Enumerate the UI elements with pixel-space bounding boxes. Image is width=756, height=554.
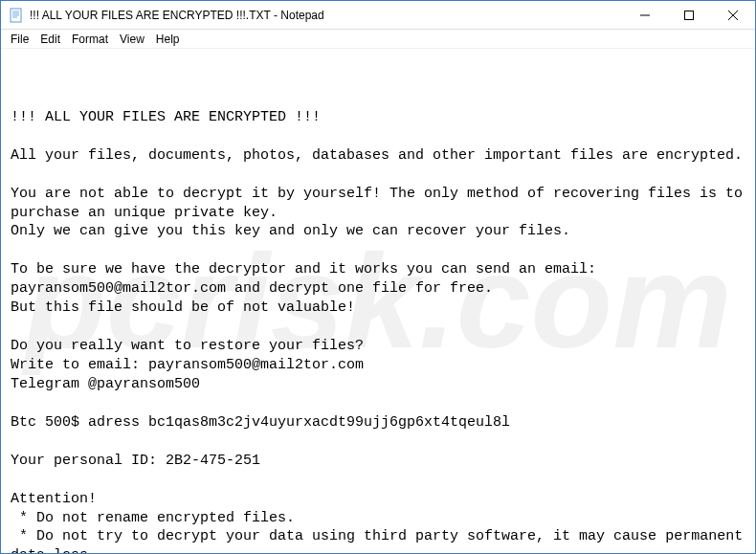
menu-file[interactable]: File	[5, 31, 34, 48]
text-area[interactable]: pcrisk.com !!! ALL YOUR FILES ARE ENCRYP…	[1, 49, 755, 553]
maximize-button[interactable]	[667, 1, 711, 29]
menu-edit[interactable]: Edit	[34, 31, 66, 48]
menu-view[interactable]: View	[114, 31, 150, 48]
notepad-icon	[9, 8, 24, 23]
svg-rect-6	[685, 11, 694, 19]
window-title: !!! ALL YOUR FILES ARE ENCRYPTED !!!.TXT…	[30, 9, 623, 22]
minimize-button[interactable]	[623, 1, 667, 29]
close-button[interactable]	[711, 1, 755, 29]
notepad-window: !!! ALL YOUR FILES ARE ENCRYPTED !!!.TXT…	[0, 0, 756, 554]
menubar: File Edit Format View Help	[1, 30, 755, 49]
titlebar: !!! ALL YOUR FILES ARE ENCRYPTED !!!.TXT…	[1, 1, 755, 30]
menu-format[interactable]: Format	[66, 31, 114, 48]
window-controls	[623, 1, 755, 29]
document-text: !!! ALL YOUR FILES ARE ENCRYPTED !!! All…	[11, 108, 745, 553]
menu-help[interactable]: Help	[150, 31, 186, 48]
